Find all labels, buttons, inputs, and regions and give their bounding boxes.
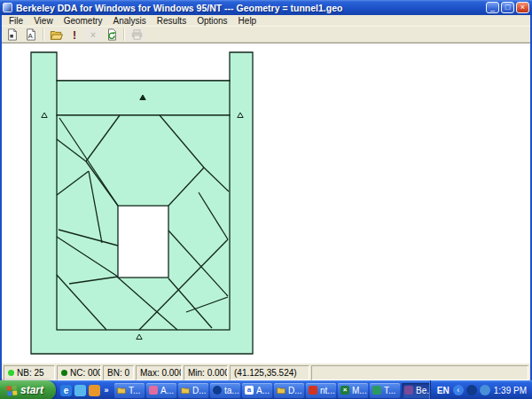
- status-min: Min: 0.000: [184, 365, 228, 380]
- taskbar-button-m[interactable]: ×M...: [338, 383, 368, 398]
- bn-value: BN: 0: [107, 368, 129, 378]
- system-tray: EN ‹ 1:39 PM: [429, 380, 532, 399]
- menu-item-analysis[interactable]: Analysis: [108, 16, 152, 26]
- folder-icon: [117, 386, 126, 395]
- start-label: start: [20, 384, 43, 396]
- status-bar: NB: 25 NC: 000 BN: 0 Max: 0.000 Min: 0.0…: [2, 363, 530, 380]
- new-analysis-button[interactable]: A: [22, 27, 40, 42]
- menu-item-geometry[interactable]: Geometry: [59, 16, 108, 26]
- taskbar-button-label: D...: [192, 386, 207, 395]
- app-icon: [309, 386, 317, 395]
- status-max: Max: 0.000: [136, 365, 182, 380]
- taskbar-button-t[interactable]: T...: [370, 383, 400, 398]
- open-file-icon: [50, 28, 63, 41]
- taskbar-button-label: A...: [160, 386, 174, 395]
- svg-text:×: ×: [90, 28, 96, 39]
- taskbar-button-label: ta...: [224, 386, 239, 395]
- doc-icon: a: [245, 386, 254, 395]
- hide-icons-chevron[interactable]: ‹: [453, 385, 464, 395]
- taskbar-button-t[interactable]: T...: [114, 383, 145, 398]
- menu-item-view[interactable]: View: [28, 16, 59, 26]
- menu-item-file[interactable]: File: [4, 16, 28, 26]
- tunnel-opening: [118, 206, 168, 278]
- taskbar-button-label: T...: [384, 386, 395, 395]
- svg-text:!: !: [73, 28, 76, 40]
- tray-icons: ‹: [453, 385, 490, 395]
- taskbar-button-label: M...: [352, 386, 367, 395]
- minimize-button[interactable]: _: [486, 2, 499, 13]
- app-icon: [404, 386, 413, 395]
- taskbar-button-label: D...: [288, 386, 302, 395]
- app-icon: [149, 386, 158, 395]
- geometry-canvas[interactable]: [2, 43, 530, 363]
- tray-app-icon[interactable]: [466, 385, 477, 395]
- quick-launch-bar: e»: [56, 385, 114, 396]
- taskbar-button-label: nt...: [320, 386, 335, 395]
- print-button: [128, 27, 145, 42]
- nb-value: NB: 25: [17, 368, 44, 378]
- toolbar-separator: [123, 28, 125, 41]
- internet-explorer-icon[interactable]: e: [60, 385, 72, 396]
- menu-item-results[interactable]: Results: [152, 16, 192, 26]
- folder-icon: [181, 386, 190, 395]
- reload-icon: [106, 28, 118, 41]
- menu-bar: FileViewGeometryAnalysisResultsOptionsHe…: [2, 15, 530, 27]
- geometry-svg: [2, 43, 530, 364]
- nc-status-dot: [61, 370, 67, 376]
- quick-launch-overflow-chevron[interactable]: »: [103, 385, 110, 396]
- taskbar-button-be[interactable]: Be...: [402, 383, 429, 398]
- status-nc: NC: 000: [57, 365, 101, 380]
- svg-text:A: A: [28, 32, 34, 40]
- new-geometry-button[interactable]: [4, 27, 21, 42]
- menu-item-help[interactable]: Help: [233, 16, 262, 26]
- language-indicator[interactable]: EN: [437, 386, 450, 395]
- client-area: FileViewGeometryAnalysisResultsOptionsHe…: [0, 15, 532, 380]
- toolbar: A!×: [2, 27, 530, 43]
- max-value: Max: 0.000: [140, 368, 182, 378]
- reload-button[interactable]: [103, 27, 121, 42]
- taskbar-clock: 1:39 PM: [494, 386, 527, 395]
- delete-button: ×: [84, 27, 102, 42]
- app-icon: [3, 3, 12, 12]
- delete-icon: ×: [87, 28, 99, 41]
- new-analysis-icon: A: [25, 28, 37, 41]
- toolbar-separator: [43, 28, 44, 41]
- taskbar: start e» T...A...D...ta...aA...D...nt...…: [0, 380, 532, 399]
- media-player-icon[interactable]: [89, 385, 100, 396]
- run-icon: !: [68, 28, 81, 41]
- taskbar-button-label: T...: [129, 386, 140, 395]
- taskbar-buttons: T...A...D...ta...aA...D...nt...×M...T...…: [114, 383, 429, 398]
- status-coordinates: (41.125,35.524): [230, 365, 309, 380]
- status-nb: NB: 25: [4, 365, 55, 380]
- taskbar-button-nt[interactable]: nt...: [306, 383, 336, 398]
- print-icon: [130, 28, 144, 41]
- menu-item-options[interactable]: Options: [192, 16, 232, 26]
- folder-icon: [277, 386, 286, 395]
- app-icon: [372, 386, 381, 395]
- taskbar-button-ta[interactable]: ta...: [210, 383, 240, 398]
- volume-icon[interactable]: [480, 385, 490, 395]
- taskbar-button-a[interactable]: A...: [146, 383, 176, 398]
- taskbar-button-d[interactable]: D...: [274, 383, 304, 398]
- start-button[interactable]: start: [0, 380, 56, 399]
- maximize-button[interactable]: □: [501, 2, 514, 13]
- title-bar: Berkeley DDA for Windows for Windows 95/…: [0, 0, 532, 15]
- excel-icon: ×: [340, 386, 349, 395]
- status-bn: BN: 0: [103, 365, 134, 380]
- taskbar-button-label: Be...: [416, 386, 429, 395]
- taskbar-button-label: A...: [256, 386, 270, 395]
- taskbar-button-d[interactable]: D...: [178, 383, 208, 398]
- circle-icon: [213, 386, 222, 395]
- min-value: Min: 0.000: [188, 368, 228, 378]
- taskbar-button-a[interactable]: aA...: [242, 383, 272, 398]
- messenger-icon[interactable]: [74, 385, 86, 396]
- nc-value: NC: 000: [70, 368, 101, 378]
- open-file-button[interactable]: [47, 27, 65, 42]
- window-title: Berkeley DDA for Windows for Windows 95/…: [16, 3, 486, 13]
- status-spacer: [311, 365, 528, 380]
- run-button[interactable]: !: [66, 27, 83, 42]
- close-button[interactable]: ×: [516, 2, 529, 13]
- cursor-coordinates: (41.125,35.524): [234, 368, 297, 378]
- new-geometry-icon: [6, 28, 19, 41]
- nb-status-dot: [8, 370, 14, 376]
